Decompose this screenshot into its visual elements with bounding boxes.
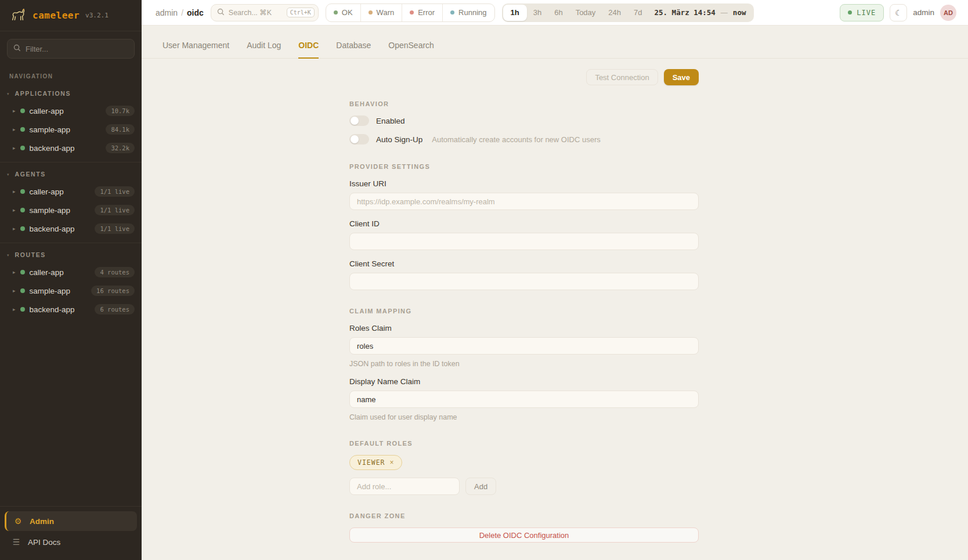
delete-oidc-button[interactable]: Delete OIDC Configuration [349, 528, 699, 543]
item-label: sample-app [30, 206, 71, 215]
form-actions: Test Connection Save [349, 69, 699, 85]
footer-label: API Docs [28, 538, 60, 547]
time-range-6h[interactable]: 6h [548, 5, 569, 21]
status-dot-icon [20, 288, 25, 293]
enabled-toggle[interactable] [349, 115, 369, 126]
sidebar-item-admin[interactable]: ⚙ Admin [5, 511, 137, 531]
chevron-right-icon: ▸ [13, 127, 16, 132]
sidebar-filter[interactable] [7, 39, 135, 59]
chevron-right-icon: ▸ [13, 307, 16, 312]
display-name-claim-input[interactable] [349, 391, 699, 408]
auto-signup-label: Auto Sign-Up [376, 135, 422, 144]
item-badge: 4 routes [95, 267, 135, 277]
tab-database[interactable]: Database [336, 41, 371, 59]
avatar[interactable]: AD [940, 5, 956, 21]
role-chip-viewer: VIEWER × [349, 455, 402, 470]
issuer-uri-input[interactable] [349, 193, 699, 210]
group-title: AGENTS [15, 171, 46, 178]
save-button[interactable]: Save [664, 69, 699, 85]
group-title: ROUTES [15, 251, 46, 258]
nav-group-applications: ▾ APPLICATIONS ▸ caller-app 10.7k ▸ samp… [0, 82, 142, 157]
running-dot-icon [450, 10, 454, 15]
time-to: now [733, 8, 746, 17]
chevron-right-icon: ▸ [13, 226, 16, 232]
topbar: admin / oidc Ctrl+K OK Warn [142, 0, 968, 26]
search-input[interactable] [229, 9, 283, 17]
group-header-agents[interactable]: ▾ AGENTS [0, 165, 142, 182]
live-dot-icon [848, 10, 852, 15]
time-range-today[interactable]: Today [569, 5, 602, 21]
item-badge: 1/1 live [95, 186, 135, 197]
remove-role-icon[interactable]: × [390, 459, 394, 466]
sidebar-item-agents-backend-app[interactable]: ▸ backend-app 1/1 live [0, 219, 142, 238]
sidebar-item-agents-caller-app[interactable]: ▸ caller-app 1/1 live [0, 182, 142, 201]
section-title-provider: PROVIDER SETTINGS [349, 163, 699, 170]
sidebar-item-routes-backend-app[interactable]: ▸ backend-app 6 routes [0, 300, 142, 319]
footer-label: Admin [30, 517, 54, 526]
sidebar-item-agents-sample-app[interactable]: ▸ sample-app 1/1 live [0, 201, 142, 219]
live-label: LIVE [857, 9, 876, 17]
sidebar-item-routes-caller-app[interactable]: ▸ caller-app 4 routes [0, 263, 142, 281]
test-connection-button[interactable]: Test Connection [586, 69, 658, 85]
auto-signup-toggle[interactable] [349, 134, 369, 144]
sidebar-item-applications-sample-app[interactable]: ▸ sample-app 84.1k [0, 120, 142, 139]
content: User Management Audit Log OIDC Database … [142, 26, 968, 560]
tab-audit-log[interactable]: Audit Log [247, 41, 281, 59]
breadcrumb-separator: / [181, 8, 183, 17]
time-range-3h[interactable]: 3h [527, 5, 548, 21]
status-filter-ok[interactable]: OK [326, 4, 360, 21]
tab-opensearch[interactable]: OpenSearch [388, 41, 434, 59]
status-dot-icon [20, 109, 25, 113]
sidebar-item-applications-caller-app[interactable]: ▸ caller-app 10.7k [0, 102, 142, 120]
status-filter-running[interactable]: Running [442, 4, 494, 21]
item-badge: 1/1 live [95, 205, 135, 215]
chevron-right-icon: ▸ [13, 146, 16, 151]
sidebar-nav: ▾ APPLICATIONS ▸ caller-app 10.7k ▸ samp… [0, 82, 142, 319]
chevron-right-icon: ▸ [13, 109, 16, 114]
item-label: backend-app [30, 305, 75, 314]
enabled-label: Enabled [376, 117, 405, 125]
tab-user-management[interactable]: User Management [162, 41, 229, 59]
status-filter-error[interactable]: Error [402, 4, 442, 21]
chevron-right-icon: ▸ [13, 288, 16, 294]
roles-claim-label: Roles Claim [349, 324, 699, 333]
time-display[interactable]: 25. März 14:54 — now [649, 8, 753, 17]
group-header-applications[interactable]: ▾ APPLICATIONS [0, 84, 142, 102]
item-label: caller-app [30, 187, 64, 196]
client-secret-input[interactable] [349, 273, 699, 290]
status-dot-icon [20, 146, 25, 150]
live-badge[interactable]: LIVE [840, 4, 884, 21]
client-id-input[interactable] [349, 233, 699, 250]
filter-input[interactable] [26, 45, 128, 53]
time-from: 25. März 14:54 [655, 8, 716, 17]
add-role-button[interactable]: Add [465, 478, 496, 495]
group-header-routes[interactable]: ▾ ROUTES [0, 245, 142, 263]
status-filter-label: Warn [377, 8, 395, 17]
breadcrumb: admin / oidc [156, 8, 204, 17]
section-title-danger: DANGER ZONE [349, 512, 699, 519]
tab-oidc[interactable]: OIDC [298, 41, 319, 59]
theme-toggle-button[interactable]: ☾ [890, 4, 907, 21]
sidebar-item-api-docs[interactable]: ☰ API Docs [5, 532, 137, 552]
role-chips: VIEWER × [349, 455, 699, 470]
sidebar-item-applications-backend-app[interactable]: ▸ backend-app 32.2k [0, 139, 142, 157]
chevron-down-icon: ▾ [7, 253, 9, 257]
time-range-7d[interactable]: 7d [627, 5, 648, 21]
add-role-input[interactable] [349, 478, 460, 495]
breadcrumb-parent[interactable]: admin [156, 8, 178, 17]
topbar-right: LIVE ☾ admin AD [840, 4, 956, 21]
oidc-form: Test Connection Save BEHAVIOR Enabled Au… [349, 69, 699, 543]
global-search[interactable]: Ctrl+K [211, 4, 319, 21]
sidebar-item-routes-sample-app[interactable]: ▸ sample-app 16 routes [0, 281, 142, 300]
item-badge: 1/1 live [95, 223, 135, 234]
status-dot-icon [20, 208, 25, 212]
time-range-24h[interactable]: 24h [602, 5, 627, 21]
roles-claim-input[interactable] [349, 337, 699, 355]
time-range-1h[interactable]: 1h [503, 5, 527, 21]
status-dot-icon [20, 226, 25, 231]
nav-group-routes: ▾ ROUTES ▸ caller-app 4 routes ▸ sample-… [0, 243, 142, 319]
item-badge: 10.7k [106, 106, 135, 116]
status-filter-warn[interactable]: Warn [360, 4, 402, 21]
search-icon [13, 44, 21, 54]
display-name-claim-hint: Claim used for user display name [349, 413, 699, 421]
